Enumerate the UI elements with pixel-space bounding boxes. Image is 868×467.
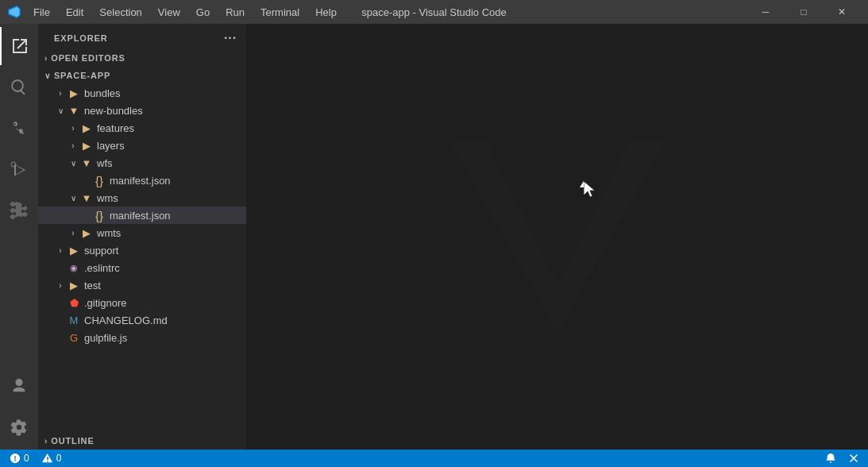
error-icon <box>10 453 21 464</box>
status-errors[interactable]: 0 <box>6 450 33 467</box>
menu-file[interactable]: File <box>27 5 56 20</box>
main-area: EXPLORER ··· › OPEN EDITORS ∨ SPACE-APP … <box>0 24 868 450</box>
warning-count: 0 <box>56 453 62 464</box>
gulpfile-icon: G <box>67 332 81 344</box>
tree-item-test[interactable]: › ▶ test <box>38 276 246 294</box>
tree-item-features[interactable]: › ▶ features <box>38 119 246 137</box>
outline-label: OUTLINE <box>51 436 94 446</box>
tree-item-gulpfile[interactable]: G gulpfile.js <box>38 329 246 346</box>
wfs-manifest-label: manifest.json <box>110 175 240 187</box>
settings-icon <box>10 419 28 436</box>
error-count: 0 <box>24 453 29 464</box>
explorer-icon <box>10 37 29 56</box>
status-warnings[interactable]: 0 <box>39 450 65 467</box>
open-editors-chevron: › <box>44 54 48 63</box>
gitignore-icon: ⬟ <box>67 297 81 309</box>
menu-help[interactable]: Help <box>309 5 343 20</box>
tree-item-gitignore[interactable]: ⬟ .gitignore <box>38 294 246 311</box>
activity-source-control[interactable] <box>0 110 38 148</box>
sidebar: EXPLORER ··· › OPEN EDITORS ∨ SPACE-APP … <box>38 24 246 450</box>
layers-chevron: › <box>67 141 79 150</box>
svg-marker-1 <box>450 141 665 332</box>
warning-icon <box>42 453 53 464</box>
close-button[interactable]: ✕ <box>824 0 860 24</box>
outline-chevron: › <box>44 437 48 446</box>
new-bundles-folder-icon: ▼ <box>67 105 81 117</box>
sidebar-title: EXPLORER <box>54 33 108 43</box>
wmts-chevron: › <box>67 229 79 237</box>
wms-folder-icon: ▼ <box>79 192 94 204</box>
status-notifications[interactable] <box>822 450 839 467</box>
test-chevron: › <box>54 281 67 290</box>
tree-item-new-bundles[interactable]: ∨ ▼ new-bundles <box>38 102 246 119</box>
extensions-icon <box>10 202 29 221</box>
menu-view[interactable]: View <box>152 5 187 20</box>
activity-explorer[interactable] <box>0 27 38 65</box>
gulpfile-label: gulpfile.js <box>84 332 240 344</box>
menu-selection[interactable]: Selection <box>93 5 148 20</box>
wms-manifest-icon: {} <box>92 209 106 222</box>
wms-manifest-label: manifest.json <box>110 210 240 222</box>
space-app-section[interactable]: ∨ SPACE-APP <box>38 67 246 84</box>
minimize-button[interactable]: ─ <box>747 0 784 24</box>
maximize-button[interactable]: □ <box>785 0 822 24</box>
wmts-label: wmts <box>97 227 240 239</box>
status-no-problems[interactable] <box>846 450 862 467</box>
open-editors-label: OPEN EDITORS <box>51 53 125 63</box>
space-app-chevron: ∨ <box>44 71 51 80</box>
new-bundles-chevron: ∨ <box>54 106 67 115</box>
window-title: space-app - Visual Studio Code <box>361 6 507 18</box>
menu-bar: File Edit Selection View Go Run Terminal… <box>27 5 343 20</box>
accounts-icon <box>10 377 28 395</box>
test-folder-icon: ▶ <box>67 280 81 291</box>
activity-run-debug[interactable] <box>0 151 38 189</box>
wfs-manifest-icon: {} <box>92 174 106 187</box>
tree-item-eslintrc[interactable]: ◉ .eslintrc <box>38 259 246 276</box>
tree-item-wms[interactable]: ∨ ▼ wms <box>38 189 246 206</box>
wfs-chevron: ∨ <box>67 159 79 168</box>
activity-settings[interactable] <box>0 408 38 446</box>
layers-label: layers <box>97 140 240 152</box>
outline-section[interactable]: › OUTLINE <box>38 432 246 450</box>
wfs-label: wfs <box>97 157 240 169</box>
window-controls: ─ □ ✕ <box>747 0 860 24</box>
changelog-icon: M <box>67 315 81 326</box>
bundles-chevron: › <box>54 89 67 98</box>
new-bundles-label: new-bundles <box>84 105 240 117</box>
space-app-label: SPACE-APP <box>54 71 110 80</box>
tree-item-layers[interactable]: › ▶ layers <box>38 137 246 154</box>
tree-item-wfs-manifest[interactable]: {} manifest.json <box>38 172 246 189</box>
sidebar-more-button[interactable]: ··· <box>224 32 237 44</box>
bundles-label: bundles <box>84 87 240 99</box>
features-chevron: › <box>67 124 79 133</box>
bell-icon <box>825 453 836 464</box>
menu-edit[interactable]: Edit <box>60 5 90 20</box>
sidebar-tree[interactable]: › OPEN EDITORS ∨ SPACE-APP › ▶ bundles ∨… <box>38 49 246 432</box>
menu-go[interactable]: Go <box>190 5 216 20</box>
activity-accounts[interactable] <box>0 367 38 405</box>
menu-terminal[interactable]: Terminal <box>254 5 306 20</box>
wms-label: wms <box>97 192 240 204</box>
vscode-watermark <box>438 118 677 356</box>
layers-folder-icon: ▶ <box>79 140 94 152</box>
open-editors-section[interactable]: › OPEN EDITORS <box>38 49 246 67</box>
support-folder-icon: ▶ <box>67 245 81 257</box>
run-debug-icon <box>10 160 29 179</box>
tree-item-wfs[interactable]: ∨ ▼ wfs <box>38 154 246 172</box>
status-bar: 0 0 <box>0 450 868 467</box>
tree-item-bundles[interactable]: › ▶ bundles <box>38 84 246 102</box>
search-icon <box>10 78 29 97</box>
status-bar-right <box>822 450 862 467</box>
activity-extensions[interactable] <box>0 192 38 230</box>
tree-item-changelog[interactable]: M CHANGELOG.md <box>38 311 246 329</box>
wmts-folder-icon: ▶ <box>79 227 94 239</box>
eslintrc-icon: ◉ <box>67 263 81 273</box>
activity-search[interactable] <box>0 68 38 106</box>
source-control-icon <box>10 119 29 138</box>
tree-item-wmts[interactable]: › ▶ wmts <box>38 224 246 241</box>
status-bar-left: 0 0 <box>6 450 64 467</box>
tree-item-wms-manifest[interactable]: {} manifest.json <box>38 206 246 224</box>
menu-run[interactable]: Run <box>219 5 251 20</box>
title-bar: File Edit Selection View Go Run Terminal… <box>0 0 868 24</box>
tree-item-support[interactable]: › ▶ support <box>38 241 246 259</box>
